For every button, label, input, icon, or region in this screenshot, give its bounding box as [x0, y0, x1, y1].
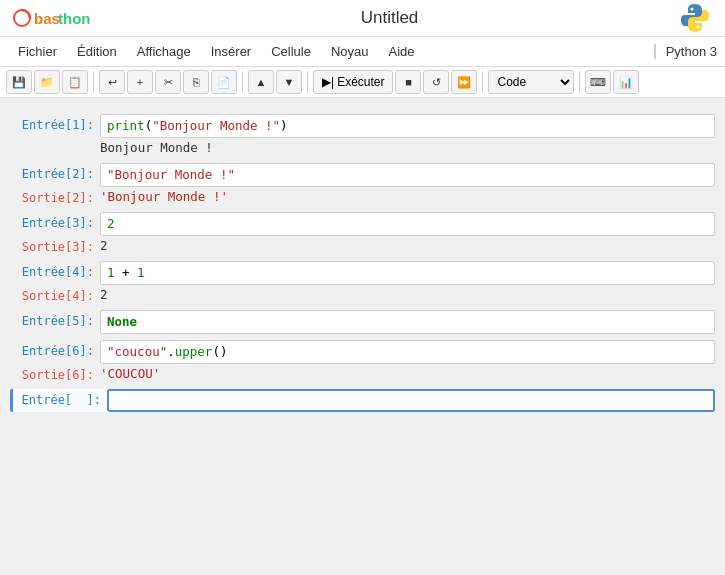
cell-empty-input-row: Entrée[ ]:: [17, 389, 715, 412]
save-button[interactable]: 💾: [6, 70, 32, 94]
cut-button[interactable]: ✂: [155, 70, 181, 94]
title-bar: bas thon Untitled: [0, 0, 725, 37]
move-down-button[interactable]: ▼: [276, 70, 302, 94]
cell-5: Entrée[5]: None: [10, 310, 715, 334]
python-icon: [677, 0, 713, 36]
cell-6-input[interactable]: "coucou".upper(): [100, 340, 715, 364]
separator-3: [307, 71, 308, 93]
cell-4: Entrée[4]: 1 + 1 Sortie[4]: 2: [10, 261, 715, 304]
cell-5-input-row: Entrée[5]: None: [10, 310, 715, 334]
execute-button[interactable]: ▶| Exécuter: [313, 70, 393, 94]
cell-3-input[interactable]: 2: [100, 212, 715, 236]
cell-1-input[interactable]: print("Bonjour Monde !"): [100, 114, 715, 138]
cell-1-input-row: Entrée[1]: print("Bonjour Monde !"): [10, 114, 715, 138]
cell-3-output-label: Sortie[3]:: [10, 236, 100, 254]
cell-2-output: 'Bonjour Monde !': [100, 187, 228, 206]
logo-svg: bas thon: [12, 4, 102, 32]
copy2-button[interactable]: ⎘: [183, 70, 209, 94]
folder-button[interactable]: 📁: [34, 70, 60, 94]
execute-icon: ▶|: [322, 75, 334, 89]
keyboard-button[interactable]: ⌨: [585, 70, 611, 94]
cell-4-input-row: Entrée[4]: 1 + 1: [10, 261, 715, 285]
cell-1-label: Entrée[1]:: [10, 114, 100, 132]
cell-2-output-label: Sortie[2]:: [10, 187, 100, 205]
cell-1: Entrée[1]: print("Bonjour Monde !") Bonj…: [10, 114, 715, 157]
svg-text:thon: thon: [58, 10, 90, 27]
kernel-label: Python 3: [654, 44, 717, 59]
cell-2-label: Entrée[2]:: [10, 163, 100, 181]
menu-cellule[interactable]: Cellule: [261, 40, 321, 63]
restart-button[interactable]: ↺: [423, 70, 449, 94]
cell-empty: Entrée[ ]:: [10, 389, 715, 412]
chart-button[interactable]: 📊: [613, 70, 639, 94]
separator-1: [93, 71, 94, 93]
menu-affichage[interactable]: Affichage: [127, 40, 201, 63]
cell-6-output-label: Sortie[6]:: [10, 364, 100, 382]
menu-noyau[interactable]: Noyau: [321, 40, 379, 63]
paste-button[interactable]: 📄: [211, 70, 237, 94]
code-print: print: [107, 118, 145, 133]
cell-6-output: 'COUCOU': [100, 364, 160, 383]
cell-6-input-row: Entrée[6]: "coucou".upper(): [10, 340, 715, 364]
separator-5: [579, 71, 580, 93]
cell-type-select[interactable]: Code Markdown Raw: [488, 70, 574, 94]
menu-inserer[interactable]: Insérer: [201, 40, 261, 63]
undo-button[interactable]: ↩: [99, 70, 125, 94]
cell-3: Entrée[3]: 2 Sortie[3]: 2: [10, 212, 715, 255]
cell-4-output-label: Sortie[4]:: [10, 285, 100, 303]
svg-point-4: [697, 26, 700, 29]
menu-bar: Fichier Édition Affichage Insérer Cellul…: [0, 37, 725, 67]
cell-2-output-row: Sortie[2]: 'Bonjour Monde !': [10, 187, 715, 206]
cell-6: Entrée[6]: "coucou".upper() Sortie[6]: '…: [10, 340, 715, 383]
execute-label: Exécuter: [337, 75, 384, 89]
move-up-button[interactable]: ▲: [248, 70, 274, 94]
cell-4-input[interactable]: 1 + 1: [100, 261, 715, 285]
svg-text:bas: bas: [34, 10, 60, 27]
logo: bas thon: [12, 4, 102, 32]
cell-3-label: Entrée[3]:: [10, 212, 100, 230]
notebook: Entrée[1]: print("Bonjour Monde !") Bonj…: [0, 98, 725, 575]
copy-button[interactable]: 📋: [62, 70, 88, 94]
cell-5-input[interactable]: None: [100, 310, 715, 334]
cell-2: Entrée[2]: "Bonjour Monde !" Sortie[2]: …: [10, 163, 715, 206]
cell-empty-input[interactable]: [107, 389, 715, 412]
cell-3-output: 2: [100, 236, 108, 255]
cell-4-label: Entrée[4]:: [10, 261, 100, 279]
separator-4: [482, 71, 483, 93]
page-title: Untitled: [102, 8, 677, 28]
cell-1-output-row: Bonjour Monde !: [10, 138, 715, 157]
cell-4-output: 2: [100, 285, 108, 304]
cell-2-input-row: Entrée[2]: "Bonjour Monde !": [10, 163, 715, 187]
add-cell-button[interactable]: +: [127, 70, 153, 94]
cell-6-label: Entrée[6]:: [10, 340, 100, 358]
cell-empty-label: Entrée[ ]:: [17, 389, 107, 407]
menu-fichier[interactable]: Fichier: [8, 40, 67, 63]
cell-6-output-row: Sortie[6]: 'COUCOU': [10, 364, 715, 383]
cell-1-output-label: [10, 138, 100, 142]
cell-1-output: Bonjour Monde !: [100, 138, 213, 157]
cell-5-label: Entrée[5]:: [10, 310, 100, 328]
cell-4-output-row: Sortie[4]: 2: [10, 285, 715, 304]
fast-forward-button[interactable]: ⏩: [451, 70, 477, 94]
svg-point-3: [691, 8, 694, 11]
cell-3-output-row: Sortie[3]: 2: [10, 236, 715, 255]
menu-aide[interactable]: Aide: [379, 40, 425, 63]
stop-button[interactable]: ■: [395, 70, 421, 94]
menu-edition[interactable]: Édition: [67, 40, 127, 63]
toolbar: 💾 📁 📋 ↩ + ✂ ⎘ 📄 ▲ ▼ ▶| Exécuter ■ ↺ ⏩ Co…: [0, 67, 725, 98]
cell-2-input[interactable]: "Bonjour Monde !": [100, 163, 715, 187]
cell-3-input-row: Entrée[3]: 2: [10, 212, 715, 236]
separator-2: [242, 71, 243, 93]
